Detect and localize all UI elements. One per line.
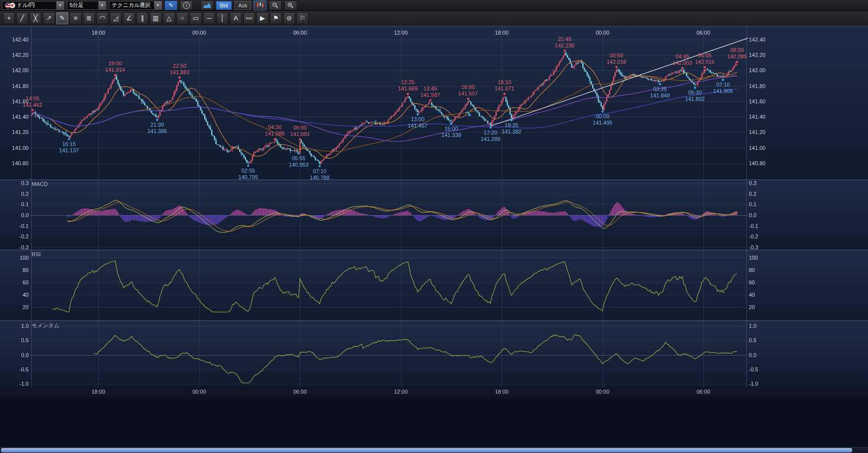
bottom-time-label: 00:00 (596, 389, 609, 395)
grid-tool[interactable]: ▥ (150, 12, 162, 24)
bottom-spacer (0, 397, 868, 447)
bottom-time-label: 06:00 (696, 389, 710, 395)
candlestick-chart-icon (256, 2, 264, 8)
momentum-canvas[interactable] (0, 320, 868, 387)
info-icon: i (183, 2, 190, 9)
ask-button[interactable]: Ask (234, 1, 251, 10)
arc-tool[interactable]: ◠ (96, 12, 108, 24)
rectangle-tool[interactable]: ▭ (190, 12, 202, 24)
horizontal-scrollbar[interactable] (0, 447, 868, 453)
trendline-tool[interactable]: ╱ (16, 12, 28, 24)
drawing-toolbar: +╱╳↗✎≡≣◠◿∠∥▥△○▭─│Aicon▶⚑⊘⚐ (0, 11, 868, 26)
main-chart-canvas[interactable] (0, 26, 868, 180)
ellipse-tool[interactable]: ○ (176, 12, 188, 24)
marker-tool[interactable]: ▶ (257, 12, 268, 24)
fib-retracement-tool[interactable]: ≣ (83, 12, 95, 24)
zoom-in-icon (287, 2, 294, 9)
timeframe-chevron-down-icon: ▼ (98, 1, 106, 9)
crossline-tool[interactable]: ╳ (30, 12, 42, 24)
macd-canvas[interactable] (0, 180, 868, 250)
info-button[interactable]: i (180, 0, 193, 10)
time-axis: 18:0000:0006:0012:0018:0000:0006:00 (0, 387, 868, 397)
draw-mode-button[interactable]: ✎ (165, 0, 177, 10)
currency-pair-select[interactable]: ドル/円 ▼ (2, 1, 64, 10)
rsi-canvas[interactable] (0, 250, 868, 320)
top-toolbar: ドル/円 ▼ 5分足 ▼ テクニカル選択 ▼ ✎ i Bid Ask (0, 0, 868, 11)
timeframe-select[interactable]: 5分足 ▼ (67, 1, 106, 10)
timeframe-label: 5分足 (70, 1, 96, 9)
trading-app-window: ドル/円 ▼ 5分足 ▼ テクニカル選択 ▼ ✎ i Bid Ask (0, 0, 868, 453)
bid-button[interactable]: Bid (216, 1, 232, 10)
vertical-grid-tool[interactable]: ∥ (136, 12, 148, 24)
zoom-out-icon (272, 2, 279, 9)
zoom-out-button[interactable] (269, 0, 282, 10)
macd-panel: MACD 0.30.30.20.20.10.10.00.0-0.1-0.1-0.… (0, 180, 868, 250)
extended-line-tool[interactable]: ↗ (43, 12, 55, 24)
area-chart-button[interactable] (201, 0, 214, 10)
tag-tool[interactable]: ⚐ (297, 12, 308, 24)
rsi-panel: RSI 1001008080606040402020 (0, 250, 868, 320)
pencil-icon: ✎ (169, 2, 174, 9)
eraser-tool[interactable]: ⊘ (283, 12, 295, 24)
bottom-time-label: 00:00 (192, 389, 206, 395)
text-tool[interactable]: A (230, 12, 242, 24)
flag-tool[interactable]: ⚑ (270, 12, 282, 24)
bottom-time-label: 12:00 (394, 389, 408, 395)
price-chart-panel: 142.40142.40142.20142.20142.00142.00141.… (0, 26, 868, 180)
gann-fan-tool[interactable]: ◿ (110, 12, 122, 24)
parallel-lines-tool[interactable]: ≡ (70, 12, 82, 24)
technical-chevron-down-icon: ▼ (154, 1, 162, 9)
bottom-time-label: 18:00 (91, 389, 105, 395)
area-chart-icon (203, 2, 211, 8)
add-tool[interactable]: + (3, 12, 15, 24)
angle-tool[interactable]: ∠ (123, 12, 135, 24)
currency-pair-label: ドル/円 (17, 1, 54, 9)
technical-select[interactable]: テクニカル選択 ▼ (109, 1, 162, 10)
horizontal-line-tool[interactable]: ─ (203, 12, 215, 24)
icon-stamp-tool[interactable]: icon (243, 12, 255, 24)
bottom-time-label: 18:00 (495, 389, 509, 395)
pair-chevron-down-icon: ▼ (56, 1, 64, 9)
usd-flag-icon (5, 2, 11, 8)
candlestick-chart-button[interactable] (254, 0, 266, 10)
zoom-in-button[interactable] (284, 0, 297, 10)
technical-label: テクニカル選択 (112, 1, 152, 9)
vertical-line-tool[interactable]: │ (217, 12, 228, 24)
momentum-panel: モメンタム 1.01.00.50.50.00.0-0.5-0.5-1.0-1.0 (0, 320, 868, 387)
bottom-time-label: 06:00 (293, 389, 307, 395)
scrollbar-thumb[interactable] (1, 448, 852, 453)
pencil-tool[interactable]: ✎ (56, 12, 68, 24)
polygon-tool[interactable]: △ (163, 12, 175, 24)
